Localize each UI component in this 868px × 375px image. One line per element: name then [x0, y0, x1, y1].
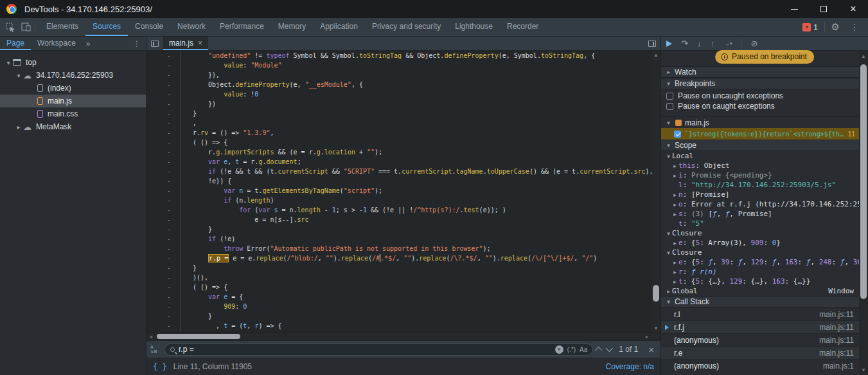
gutter-line-marker[interactable]: -	[146, 118, 171, 128]
scope-row[interactable]: ▸e: {5: Array(3), 909: 0}	[661, 238, 859, 248]
more-tabs-icon[interactable]: »	[82, 37, 94, 50]
panel-tab-sources[interactable]: Sources	[85, 18, 128, 36]
gutter-line-marker[interactable]: -	[146, 186, 171, 196]
tree-item-top[interactable]: ▾top	[0, 56, 146, 69]
code-line[interactable]: }	[193, 263, 660, 273]
pretty-print-icon[interactable]: { }	[153, 362, 167, 371]
navigator-kebab-menu-icon[interactable]: ⋮	[128, 37, 146, 50]
callstack-section-header[interactable]: ▾Call Stack	[661, 296, 859, 307]
panel-tab-console[interactable]: Console	[128, 18, 170, 36]
pause-uncaught-row[interactable]: Pause on uncaught exceptions	[661, 91, 859, 101]
scope-row[interactable]: ▸i: Promise {<pending>}	[661, 170, 859, 180]
tree-item-main.css[interactable]: main.css	[0, 107, 146, 120]
gutter-line-marker[interactable]: -	[146, 253, 171, 263]
code-line[interactable]: }	[193, 311, 660, 321]
scope-row[interactable]: ▸o: Error at r.f.j (http://34.170.146.25…	[661, 199, 859, 209]
callstack-frame[interactable]: (anonymous)main.js:1	[661, 359, 859, 372]
code-line[interactable]: r.p = e = e.replace(/^blob:/, "").replac…	[193, 253, 660, 263]
code-line[interactable]: for (var s = n.length - 1; s > -1 && (!e…	[193, 205, 660, 215]
code-line[interactable]: "undefined" != typeof Symbol && Symbol.t…	[193, 51, 660, 60]
tab-workspace[interactable]: Workspace	[31, 37, 82, 50]
gutter-line-marker[interactable]: -	[146, 282, 171, 292]
code-line[interactable]: var n = t.getElementsByTagName("script")…	[193, 186, 660, 196]
code-line[interactable]: if (!e && t && (t.currentScript && "SCRI…	[193, 167, 660, 176]
code-line[interactable]: if (n.length)	[193, 196, 660, 205]
code-line[interactable]: Object.defineProperty(e, "__esModule", {	[193, 80, 660, 89]
code-line[interactable]: !e)) {	[193, 176, 660, 186]
search-query[interactable]: r.p =	[179, 345, 551, 354]
resume-script-icon[interactable]	[666, 41, 672, 47]
code-line[interactable]: })	[193, 99, 660, 109]
maximize-button[interactable]	[809, 0, 838, 18]
previous-match-icon[interactable]	[595, 347, 602, 354]
scroll-left-icon[interactable]: ◂	[146, 333, 155, 340]
gutter-line-marker[interactable]: -	[146, 205, 171, 215]
code-line[interactable]: e = n[s--].src	[193, 215, 660, 224]
gutter-line-marker[interactable]: -	[146, 128, 171, 138]
panel-tab-memory[interactable]: Memory	[271, 18, 313, 36]
step-over-icon[interactable]: ↷	[681, 39, 688, 48]
device-toolbar-icon[interactable]	[18, 20, 33, 34]
pause-caught-row[interactable]: Pause on caught exceptions	[661, 101, 859, 111]
callstack-frame[interactable]: r.lmain.js:11	[661, 307, 859, 320]
gutter-line-marker[interactable]: -	[146, 51, 171, 60]
code-line[interactable]: r.g.importScripts && (e = r.g.location +…	[193, 147, 660, 157]
editor-horizontal-scrollbar[interactable]: ◂ ▸	[146, 332, 660, 340]
match-case-toggle[interactable]: Aa	[580, 346, 587, 353]
breakpoint-entry[interactable]: `}strong({tokens:e}){return`<strong>${th…	[661, 128, 859, 140]
regex-toggle[interactable]: (.*)	[567, 346, 576, 353]
pause-caught-checkbox[interactable]	[666, 103, 673, 110]
gutter-line-marker[interactable]: -	[146, 138, 171, 147]
scope-row[interactable]: ▸r: ƒ r(n)	[661, 267, 859, 277]
code-line[interactable]: 909: 0	[193, 302, 660, 311]
sidebar-scroll-thumb[interactable]	[860, 64, 867, 299]
gutter-line-marker[interactable]: -	[146, 234, 171, 244]
scope-row[interactable]: l: "http://34.170.146.252:25903/5.js"	[661, 180, 859, 190]
scope-row[interactable]: ▾Closure	[661, 228, 859, 238]
sidebar-scrollbar[interactable]: ▲ ▼	[859, 51, 868, 375]
gutter-line-marker[interactable]: -	[146, 60, 171, 70]
settings-gear-icon[interactable]: ⚙	[826, 21, 845, 33]
deactivate-breakpoints-icon[interactable]: ⊘	[750, 39, 757, 48]
step-into-icon[interactable]: ↓	[697, 39, 702, 48]
breakpoints-section-header[interactable]: ▾Breakpoints	[661, 78, 859, 89]
tree-item-34.170.146.252-25903[interactable]: ▾☁34.170.146.252:25903	[0, 69, 146, 82]
scroll-up-icon[interactable]: ▲	[651, 51, 660, 59]
inspect-element-icon[interactable]	[3, 20, 18, 34]
code-line[interactable]: throw Error("Automatic publicPath is not…	[193, 244, 660, 253]
editor-tab-mainjs[interactable]: main.js ×	[163, 37, 208, 50]
vertical-scroll-thumb[interactable]	[653, 285, 659, 302]
breakpoint-checkbox[interactable]	[674, 131, 681, 138]
gutter-line-marker[interactable]: -	[146, 89, 171, 99]
show-debugger-sidebar-icon[interactable]	[648, 37, 660, 50]
panel-tab-elements[interactable]: Elements	[39, 18, 85, 36]
scope-row[interactable]: ▸t: {5: {…}, 129: {…}, 163: {…}}	[661, 277, 859, 286]
scope-row[interactable]: t: "5"	[661, 219, 859, 228]
code-line[interactable]: }	[193, 109, 660, 118]
gutter-line-marker[interactable]: -	[146, 157, 171, 167]
gutter-line-marker[interactable]: -	[146, 196, 171, 205]
next-match-icon[interactable]	[606, 345, 613, 352]
sidebar-scroll-up-icon[interactable]: ▲	[859, 52, 868, 60]
search-input[interactable]: r.p = × (.*) Aa	[164, 343, 593, 356]
scope-row[interactable]: ▸GlobalWindow	[661, 286, 859, 296]
callstack-frame[interactable]: r.emain.js:11	[661, 346, 859, 359]
scroll-down-icon[interactable]: ▼	[651, 324, 660, 332]
scope-row[interactable]: ▸s: (3) [ƒ, ƒ, Promise]	[661, 209, 859, 219]
gutter-line-marker[interactable]: -	[146, 167, 171, 176]
gutter-line-marker[interactable]: -	[146, 302, 171, 311]
close-search-icon[interactable]: ×	[646, 344, 657, 355]
gutter-line-marker[interactable]: -	[146, 80, 171, 89]
gutter-line-marker[interactable]: -	[146, 292, 171, 302]
scope-row[interactable]: ▸n: [Promise]	[661, 190, 859, 199]
watch-section-header[interactable]: ▸Watch	[661, 66, 859, 78]
gutter-line-marker[interactable]: -	[146, 70, 171, 80]
panel-tab-privacy-and-security[interactable]: Privacy and security	[365, 18, 448, 36]
scope-row[interactable]: ▾Closure	[661, 248, 859, 257]
code-line[interactable]: ( () => {	[193, 282, 660, 292]
gutter-line-marker[interactable]: -	[146, 176, 171, 186]
replace-toggle-icon[interactable]: A↳B	[150, 345, 161, 354]
gutter-line-marker[interactable]: -	[146, 224, 171, 234]
code-line[interactable]: value: "Module"	[193, 60, 660, 70]
code-line[interactable]: , t = (t, r) => {	[193, 321, 660, 331]
